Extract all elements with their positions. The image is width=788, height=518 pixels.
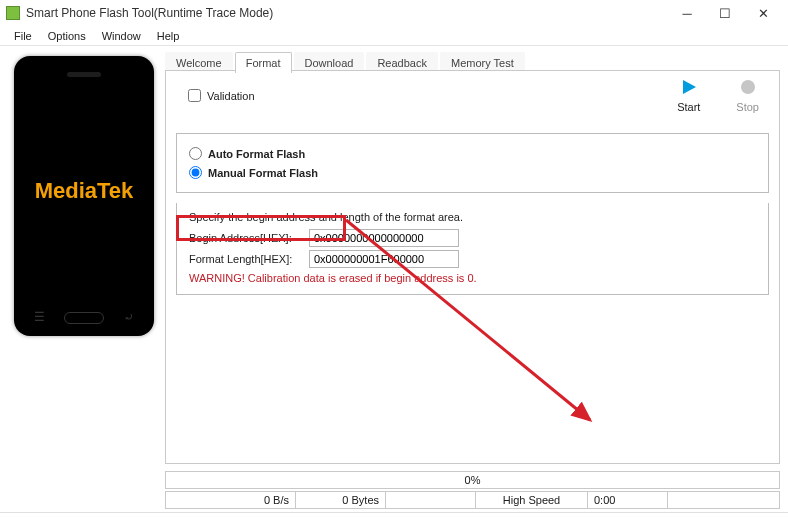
manual-format-row: Manual Format Flash xyxy=(189,163,756,182)
menu-help[interactable]: Help xyxy=(149,28,188,44)
start-label: Start xyxy=(677,101,700,113)
format-length-input[interactable] xyxy=(309,250,459,268)
status-empty1 xyxy=(386,492,476,508)
svg-marker-0 xyxy=(683,80,696,94)
validation-checkbox-row: Validation xyxy=(188,89,255,102)
format-toprow: Validation Start Stop xyxy=(166,71,779,133)
format-length-label: Format Length[HEX]: xyxy=(189,253,309,265)
begin-address-row: Begin Address[HEX]: xyxy=(189,229,756,247)
validation-label: Validation xyxy=(207,90,255,102)
progress-bar: 0% xyxy=(165,471,780,489)
status-speed: High Speed xyxy=(476,492,588,508)
auto-format-radio[interactable] xyxy=(189,147,202,160)
begin-address-label: Begin Address[HEX]: xyxy=(189,232,309,244)
stop-button[interactable]: Stop xyxy=(736,77,759,113)
window-controls: ─ ☐ ✕ xyxy=(668,2,782,24)
menu-file[interactable]: File xyxy=(6,28,40,44)
begin-address-input[interactable] xyxy=(309,229,459,247)
app-icon xyxy=(6,6,20,20)
stop-label: Stop xyxy=(736,101,759,113)
tab-format[interactable]: Format xyxy=(235,52,292,73)
action-buttons: Start Stop xyxy=(677,77,759,113)
format-tab-page: Validation Start Stop xyxy=(165,70,780,464)
maximize-button[interactable]: ☐ xyxy=(706,2,744,24)
status-bytes: 0 Bytes xyxy=(296,492,386,508)
phone-screen: MediaTek xyxy=(24,88,144,294)
format-desc: Specify the begin address and length of … xyxy=(189,211,756,223)
format-params-group: Specify the begin address and length of … xyxy=(176,203,769,295)
auto-format-label: Auto Format Flash xyxy=(208,148,305,160)
play-icon xyxy=(679,77,699,97)
phone-speaker xyxy=(67,72,101,77)
status-bar: 0 B/s 0 Bytes High Speed 0:00 xyxy=(165,491,780,509)
status-rate: 0 B/s xyxy=(166,492,296,508)
phone-graphic: MediaTek ☰ ⤾ xyxy=(14,56,154,336)
bottom-border xyxy=(0,512,788,518)
phone-brand-text: MediaTek xyxy=(35,178,134,204)
status-time: 0:00 xyxy=(588,492,668,508)
manual-format-radio[interactable] xyxy=(189,166,202,179)
start-button[interactable]: Start xyxy=(677,77,700,113)
menu-window[interactable]: Window xyxy=(94,28,149,44)
window-title: Smart Phone Flash Tool(Runtime Trace Mod… xyxy=(26,6,668,20)
stop-icon xyxy=(738,77,758,97)
close-button[interactable]: ✕ xyxy=(744,2,782,24)
format-warning: WARNING! Calibration data is erased if b… xyxy=(189,272,756,284)
svg-point-1 xyxy=(741,80,755,94)
auto-format-row: Auto Format Flash xyxy=(189,144,756,163)
phone-home-button xyxy=(64,312,104,324)
manual-format-label: Manual Format Flash xyxy=(208,167,318,179)
validation-checkbox[interactable] xyxy=(188,89,201,102)
format-mode-group: Auto Format Flash Manual Format Flash xyxy=(176,133,769,193)
phone-menu-icon: ☰ xyxy=(34,310,45,324)
main-area: MediaTek ☰ ⤾ Welcome Format Download Rea… xyxy=(0,46,788,518)
menu-options[interactable]: Options xyxy=(40,28,94,44)
titlebar: Smart Phone Flash Tool(Runtime Trace Mod… xyxy=(0,0,788,26)
phone-back-icon: ⤾ xyxy=(124,310,134,324)
format-length-row: Format Length[HEX]: xyxy=(189,250,756,268)
progress-text: 0% xyxy=(465,474,481,486)
minimize-button[interactable]: ─ xyxy=(668,2,706,24)
status-empty2 xyxy=(668,492,779,508)
menubar: File Options Window Help xyxy=(0,26,788,46)
